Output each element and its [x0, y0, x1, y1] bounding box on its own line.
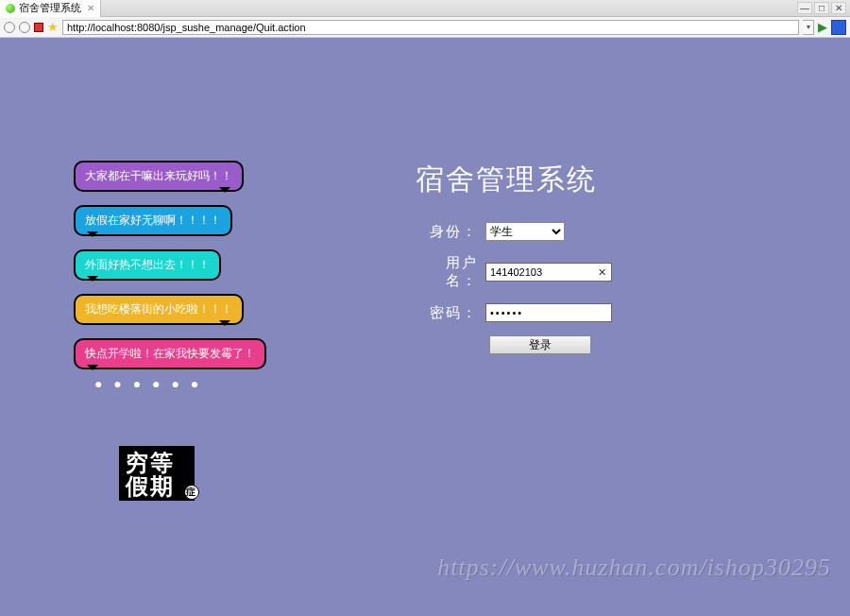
watermark: https://www.huzhan.com/ishop30295 — [437, 554, 831, 582]
chat-bubbles: 大家都在干嘛出来玩好吗！！放假在家好无聊啊！！！！外面好热不想出去！！！我想吃楼… — [74, 161, 263, 383]
poster-badge: 穷等 假期 症 — [119, 446, 195, 501]
badge-line2: 假期 — [126, 474, 192, 498]
page-body: 大家都在干嘛出来玩好吗！！放假在家好无聊啊！！！！外面好热不想出去！！！我想吃楼… — [0, 38, 850, 616]
chat-bubble: 我想吃楼落街的小吃啦！！！ — [74, 294, 244, 325]
chat-bubble: 外面好热不想出去！！！ — [74, 249, 221, 281]
username-input[interactable] — [485, 263, 612, 282]
password-label: 密码： — [416, 304, 478, 322]
toolbar-end-button[interactable] — [831, 20, 846, 35]
address-bar[interactable] — [62, 20, 799, 35]
tab-close-icon[interactable]: ✕ — [87, 3, 94, 13]
chat-bubble: 大家都在干嘛出来玩好吗！！ — [74, 161, 244, 192]
username-label: 用户名： — [416, 254, 478, 290]
page-title: 宿舍管理系统 — [416, 161, 680, 199]
carousel-dots: ● ● ● ● ● ● — [94, 376, 202, 391]
window-min-button[interactable]: — — [797, 2, 812, 14]
tab-title: 宿舍管理系统 — [19, 1, 81, 15]
go-icon[interactable]: ▶ — [818, 20, 827, 34]
stop-icon[interactable] — [34, 23, 43, 32]
back-icon[interactable] — [4, 22, 15, 33]
window-controls: — □ ✕ — [797, 2, 850, 14]
badge-sub: 症 — [184, 485, 199, 500]
identity-select[interactable]: 学生管理员 — [485, 222, 565, 241]
badge-line1: 穷等 — [126, 451, 192, 474]
chat-bubble: 放假在家好无聊啊！！！！ — [74, 205, 232, 236]
tab-bar: 宿舍管理系统 ✕ — □ ✕ — [0, 0, 850, 17]
bookmark-icon[interactable]: ★ — [47, 22, 59, 33]
login-form: 宿舍管理系统 身份： 学生管理员 用户名： ✕ 密码： 登录 — [416, 161, 680, 354]
window-max-button[interactable]: □ — [814, 2, 829, 14]
browser-tab[interactable]: 宿舍管理系统 ✕ — [0, 0, 101, 17]
identity-label: 身份： — [416, 223, 478, 241]
clear-input-icon[interactable]: ✕ — [595, 266, 608, 279]
chat-bubble: 快点开学啦！在家我快要发霉了！ — [74, 338, 266, 369]
tab-favicon-icon — [6, 4, 15, 13]
address-dropdown-icon[interactable]: ▾ — [803, 20, 814, 35]
forward-icon[interactable] — [19, 22, 30, 33]
toolbar: ★ ▾ ▶ — [0, 17, 850, 38]
password-input[interactable] — [485, 303, 612, 322]
login-button[interactable]: 登录 — [489, 335, 591, 354]
window-close-button[interactable]: ✕ — [831, 2, 846, 14]
